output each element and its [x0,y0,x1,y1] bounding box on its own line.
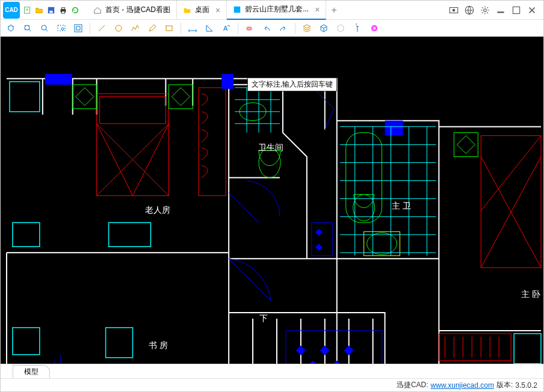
tab-file[interactable]: 碧云山庄别墅几套... × [227,1,326,20]
status-version: 3.5.0.2 [515,381,537,390]
new-file-icon[interactable] [22,5,32,15]
svg-rect-20 [247,27,252,30]
axis-tool[interactable]: z [351,22,364,35]
svg-rect-11 [513,7,519,13]
measure-area-tool[interactable] [203,22,216,35]
3d-view-tool[interactable] [317,22,330,35]
svg-rect-47 [364,231,400,256]
svg-rect-5 [61,11,64,13]
svg-point-10 [484,8,487,11]
tab-close-icon[interactable]: × [215,5,220,15]
rectangle-tool[interactable] [162,22,176,35]
tab-label: 首页 - 迅捷CAD看图 [105,5,170,15]
status-prefix: 迅捷CAD: [397,380,428,390]
zoom-fit-tool[interactable] [72,22,85,35]
window-controls [448,5,541,16]
folder-icon [183,6,191,14]
svg-rect-46 [312,222,333,256]
pan-tool[interactable] [4,22,17,35]
tab-home[interactable]: 首页 - 迅捷CAD看图 [87,1,177,20]
label-bathroom: 卫生间 [258,142,283,153]
svg-point-38 [367,233,397,254]
svg-rect-30 [100,97,166,124]
svg-rect-31 [481,136,541,268]
erase-tool[interactable] [243,22,256,35]
polyline-tool[interactable] [129,22,142,35]
model-tab[interactable]: 模型 [13,365,50,378]
svg-rect-32 [439,334,511,361]
zoom-extents-tool[interactable] [21,22,34,35]
tab-close-icon[interactable]: × [315,5,320,14]
svg-point-15 [61,28,64,30]
svg-rect-42 [45,74,72,85]
tab-desktop[interactable]: 桌面 × [177,1,227,20]
separator [90,23,90,34]
toolbar: A z [1,20,543,37]
svg-rect-36 [346,133,382,223]
svg-point-17 [116,25,122,31]
minimize-button[interactable] [495,5,506,16]
svg-rect-44 [385,121,403,136]
svg-rect-23 [10,82,40,112]
separator [181,23,181,34]
settings-icon[interactable] [480,5,490,16]
label-down: 下 [259,313,268,324]
label-master-bed: 主 卧 [521,289,540,300]
status-link[interactable]: www.xunjiecad.com [431,381,494,390]
maximize-button[interactable] [511,5,522,16]
circle-tool[interactable] [112,22,125,35]
color-tool[interactable] [368,22,381,35]
browser-icon[interactable] [464,5,475,16]
svg-rect-2 [49,10,52,13]
drawing-canvas[interactable]: 文字标注,输入后按回车键 [1,37,543,364]
wireframe-tool[interactable] [334,22,347,35]
svg-text:z: z [356,23,357,26]
svg-rect-43 [221,74,233,89]
redo-tool[interactable] [277,22,290,35]
svg-rect-25 [13,222,40,247]
svg-rect-40 [168,85,193,109]
open-file-icon[interactable] [34,5,44,15]
svg-rect-6 [234,6,241,13]
titlebar: CAD 首页 - 迅捷CAD看图 桌面 × 碧云山庄别墅几套... × + [1,1,543,20]
home-icon [93,6,102,14]
measure-distance-tool[interactable] [186,22,199,35]
screenshot-icon[interactable] [448,5,459,16]
svg-rect-18 [166,26,172,31]
svg-point-13 [42,25,46,30]
label-study: 书 房 [149,340,168,351]
print-icon[interactable] [58,5,68,15]
svg-rect-16 [75,25,82,32]
label-elder-room: 老人房 [145,205,170,216]
svg-point-22 [371,25,377,31]
svg-rect-33 [199,88,226,196]
svg-rect-28 [514,334,541,364]
svg-point-8 [453,8,456,11]
separator [295,23,295,34]
separator [238,23,238,34]
svg-rect-41 [454,133,478,157]
line-tool[interactable] [95,22,108,35]
undo-tool[interactable] [260,22,273,35]
svg-rect-24 [109,222,151,247]
tab-add-button[interactable]: + [326,1,341,20]
statusbar: 迅捷CAD: www.xunjiecad.com 版本: 3.5.0.2 [1,378,543,391]
svg-text:A: A [223,25,228,32]
model-tabs: 模型 [1,364,543,378]
app-logo: CAD [3,2,20,19]
text-tool[interactable]: A [220,22,233,35]
svg-rect-4 [61,7,64,9]
edit-tool[interactable] [146,22,159,35]
tab-label: 碧云山庄别墅几套... [245,4,309,14]
close-button[interactable] [527,5,537,16]
tab-label: 桌面 [195,5,209,15]
layers-tool[interactable] [300,22,314,35]
cad-file-icon [233,5,241,14]
tabs: 首页 - 迅捷CAD看图 桌面 × 碧云山庄别墅几套... × + [87,1,446,20]
save-icon[interactable] [46,5,56,15]
zoom-tool[interactable] [38,22,51,35]
svg-rect-26 [106,328,133,358]
svg-rect-39 [73,85,97,109]
zoom-window-tool[interactable] [55,22,68,35]
refresh-icon[interactable] [70,5,80,15]
